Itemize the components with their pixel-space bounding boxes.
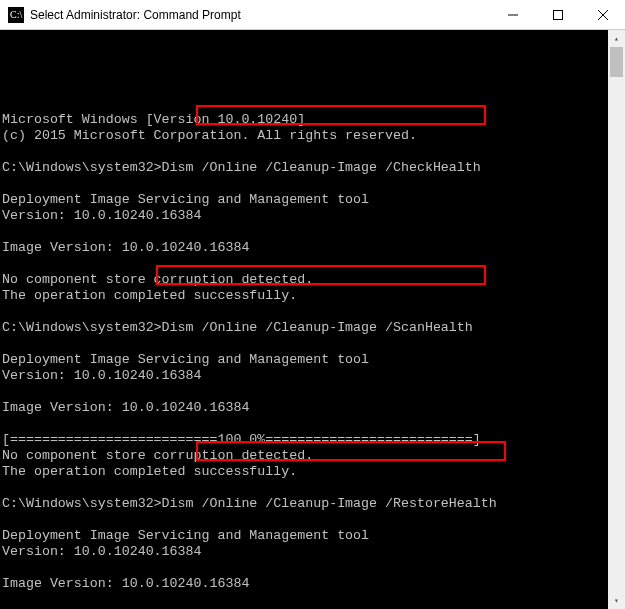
minimize-button[interactable] — [490, 0, 535, 29]
terminal-line: No component store corruption detected. — [2, 272, 606, 288]
svg-rect-4 — [553, 10, 562, 19]
terminal-line: Version: 10.0.10240.16384 — [2, 208, 606, 224]
terminal-line — [2, 416, 606, 432]
terminal-line: Image Version: 10.0.10240.16384 — [2, 576, 606, 592]
terminal-line — [2, 592, 606, 608]
window-controls — [490, 0, 625, 29]
terminal-line — [2, 224, 606, 240]
titlebar[interactable]: C:\ Select Administrator: Command Prompt — [0, 0, 625, 30]
command-prompt-icon: C:\ — [8, 7, 24, 23]
terminal-line: The operation completed successfully. — [2, 464, 606, 480]
window-title: Select Administrator: Command Prompt — [30, 8, 490, 22]
terminal-line: Image Version: 10.0.10240.16384 — [2, 400, 606, 416]
terminal-line — [2, 176, 606, 192]
maximize-button[interactable] — [535, 0, 580, 29]
terminal-line: No component store corruption detected. — [2, 448, 606, 464]
terminal-line: Version: 10.0.10240.16384 — [2, 368, 606, 384]
terminal-line — [2, 560, 606, 576]
terminal-line: The operation completed successfully. — [2, 288, 606, 304]
terminal-line: C:\Windows\system32>Dism /Online /Cleanu… — [2, 496, 606, 512]
terminal-line: Deployment Image Servicing and Managemen… — [2, 192, 606, 208]
terminal-line — [2, 384, 606, 400]
terminal-line — [2, 512, 606, 528]
close-button[interactable] — [580, 0, 625, 29]
terminal-line: Deployment Image Servicing and Managemen… — [2, 528, 606, 544]
scrollbar-arrow-down-icon[interactable]: ▾ — [608, 592, 625, 609]
terminal-line: C:\Windows\system32>Dism /Online /Cleanu… — [2, 320, 606, 336]
terminal-line: [==========================100.0%=======… — [2, 432, 606, 448]
terminal-line — [2, 304, 606, 320]
terminal-line — [2, 144, 606, 160]
terminal-line: Deployment Image Servicing and Managemen… — [2, 352, 606, 368]
scrollbar-arrow-up-icon[interactable]: ▴ — [608, 30, 625, 47]
svg-text:C:\: C:\ — [10, 9, 22, 20]
terminal-content[interactable]: Microsoft Windows [Version 10.0.10240](c… — [0, 30, 608, 609]
terminal-line — [2, 336, 606, 352]
terminal-line — [2, 480, 606, 496]
vertical-scrollbar[interactable]: ▴ ▾ — [608, 30, 625, 609]
terminal-line: C:\Windows\system32>Dism /Online /Cleanu… — [2, 160, 606, 176]
terminal-line: (c) 2015 Microsoft Corporation. All righ… — [2, 128, 606, 144]
terminal-line: Microsoft Windows [Version 10.0.10240] — [2, 112, 606, 128]
terminal-area[interactable]: Microsoft Windows [Version 10.0.10240](c… — [0, 30, 625, 609]
terminal-line — [2, 256, 606, 272]
scrollbar-thumb[interactable] — [610, 47, 623, 77]
terminal-line: Version: 10.0.10240.16384 — [2, 544, 606, 560]
terminal-line: Image Version: 10.0.10240.16384 — [2, 240, 606, 256]
